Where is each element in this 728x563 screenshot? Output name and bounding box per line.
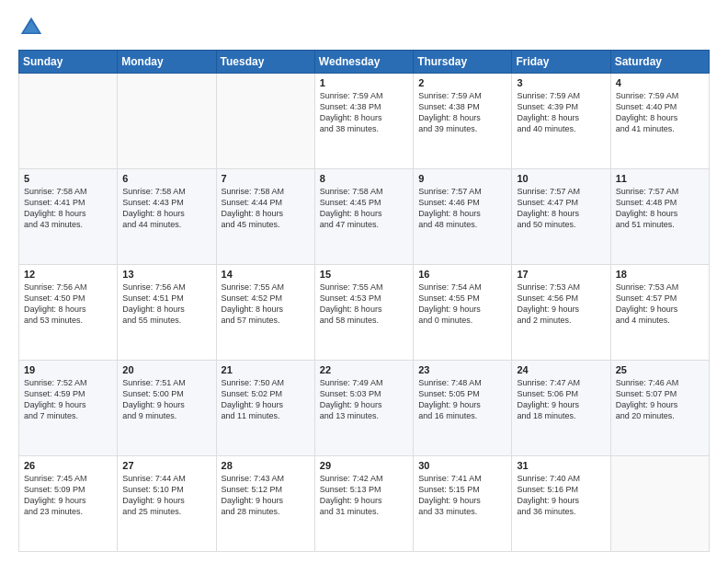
day-number: 6 xyxy=(122,173,210,184)
day-number: 1 xyxy=(320,77,408,88)
calendar-cell: 17Sunrise: 7:53 AM Sunset: 4:56 PM Dayli… xyxy=(512,265,610,361)
day-info: Sunrise: 7:59 AM Sunset: 4:40 PM Dayligh… xyxy=(616,90,704,135)
logo xyxy=(18,15,48,40)
calendar-cell: 30Sunrise: 7:41 AM Sunset: 5:15 PM Dayli… xyxy=(414,456,512,552)
calendar-day-header: Wednesday xyxy=(314,51,413,74)
calendar-cell: 11Sunrise: 7:57 AM Sunset: 4:48 PM Dayli… xyxy=(610,169,709,265)
day-number: 26 xyxy=(24,460,112,471)
day-info: Sunrise: 7:58 AM Sunset: 4:45 PM Dayligh… xyxy=(320,186,408,231)
calendar-table: SundayMondayTuesdayWednesdayThursdayFrid… xyxy=(18,50,710,552)
calendar-cell xyxy=(118,74,216,169)
day-number: 8 xyxy=(320,173,408,184)
day-info: Sunrise: 7:48 AM Sunset: 5:05 PM Dayligh… xyxy=(418,377,506,422)
day-number: 13 xyxy=(122,269,210,280)
day-info: Sunrise: 7:55 AM Sunset: 4:53 PM Dayligh… xyxy=(320,282,408,327)
calendar-cell: 5Sunrise: 7:58 AM Sunset: 4:41 PM Daylig… xyxy=(19,169,118,265)
calendar-week-row: 1Sunrise: 7:59 AM Sunset: 4:38 PM Daylig… xyxy=(19,74,710,169)
logo-icon xyxy=(18,15,44,40)
calendar-cell: 7Sunrise: 7:58 AM Sunset: 4:44 PM Daylig… xyxy=(216,169,314,265)
calendar-cell: 12Sunrise: 7:56 AM Sunset: 4:50 PM Dayli… xyxy=(19,265,118,361)
calendar-week-row: 26Sunrise: 7:45 AM Sunset: 5:09 PM Dayli… xyxy=(19,456,710,552)
day-info: Sunrise: 7:56 AM Sunset: 4:51 PM Dayligh… xyxy=(122,282,210,327)
day-info: Sunrise: 7:57 AM Sunset: 4:46 PM Dayligh… xyxy=(418,186,506,231)
calendar-cell: 21Sunrise: 7:50 AM Sunset: 5:02 PM Dayli… xyxy=(216,361,314,456)
day-info: Sunrise: 7:53 AM Sunset: 4:57 PM Dayligh… xyxy=(616,282,704,327)
day-info: Sunrise: 7:53 AM Sunset: 4:56 PM Dayligh… xyxy=(517,282,605,327)
calendar-day-header: Thursday xyxy=(414,51,512,74)
day-info: Sunrise: 7:54 AM Sunset: 4:55 PM Dayligh… xyxy=(418,282,506,327)
calendar-day-header: Monday xyxy=(118,51,216,74)
day-number: 29 xyxy=(320,460,408,471)
day-number: 28 xyxy=(222,460,310,471)
calendar-week-row: 5Sunrise: 7:58 AM Sunset: 4:41 PM Daylig… xyxy=(19,169,710,265)
day-number: 14 xyxy=(222,269,310,280)
day-number: 12 xyxy=(24,269,112,280)
calendar-cell: 29Sunrise: 7:42 AM Sunset: 5:13 PM Dayli… xyxy=(314,456,413,552)
day-number: 2 xyxy=(418,77,506,88)
day-info: Sunrise: 7:51 AM Sunset: 5:00 PM Dayligh… xyxy=(122,377,210,422)
page: SundayMondayTuesdayWednesdayThursdayFrid… xyxy=(0,0,728,563)
calendar-cell: 22Sunrise: 7:49 AM Sunset: 5:03 PM Dayli… xyxy=(314,361,413,456)
day-info: Sunrise: 7:41 AM Sunset: 5:15 PM Dayligh… xyxy=(418,473,506,518)
day-info: Sunrise: 7:59 AM Sunset: 4:39 PM Dayligh… xyxy=(517,90,605,135)
day-info: Sunrise: 7:52 AM Sunset: 4:59 PM Dayligh… xyxy=(24,377,112,422)
day-number: 25 xyxy=(616,364,704,375)
day-number: 24 xyxy=(517,364,605,375)
calendar-cell: 28Sunrise: 7:43 AM Sunset: 5:12 PM Dayli… xyxy=(216,456,314,552)
day-number: 23 xyxy=(418,364,506,375)
day-info: Sunrise: 7:58 AM Sunset: 4:43 PM Dayligh… xyxy=(122,186,210,231)
calendar-day-header: Friday xyxy=(512,51,610,74)
calendar-cell: 8Sunrise: 7:58 AM Sunset: 4:45 PM Daylig… xyxy=(314,169,413,265)
day-info: Sunrise: 7:46 AM Sunset: 5:07 PM Dayligh… xyxy=(616,377,704,422)
calendar-cell: 1Sunrise: 7:59 AM Sunset: 4:38 PM Daylig… xyxy=(314,74,413,169)
calendar-week-row: 12Sunrise: 7:56 AM Sunset: 4:50 PM Dayli… xyxy=(19,265,710,361)
day-info: Sunrise: 7:58 AM Sunset: 4:44 PM Dayligh… xyxy=(222,186,310,231)
day-info: Sunrise: 7:57 AM Sunset: 4:48 PM Dayligh… xyxy=(616,186,704,231)
calendar-day-header: Tuesday xyxy=(216,51,314,74)
calendar-week-row: 19Sunrise: 7:52 AM Sunset: 4:59 PM Dayli… xyxy=(19,361,710,456)
calendar-cell: 27Sunrise: 7:44 AM Sunset: 5:10 PM Dayli… xyxy=(118,456,216,552)
day-number: 16 xyxy=(418,269,506,280)
calendar-cell: 9Sunrise: 7:57 AM Sunset: 4:46 PM Daylig… xyxy=(414,169,512,265)
day-info: Sunrise: 7:44 AM Sunset: 5:10 PM Dayligh… xyxy=(122,473,210,518)
day-info: Sunrise: 7:40 AM Sunset: 5:16 PM Dayligh… xyxy=(517,473,605,518)
day-info: Sunrise: 7:49 AM Sunset: 5:03 PM Dayligh… xyxy=(320,377,408,422)
day-info: Sunrise: 7:47 AM Sunset: 5:06 PM Dayligh… xyxy=(517,377,605,422)
day-number: 17 xyxy=(517,269,605,280)
day-number: 5 xyxy=(24,173,112,184)
calendar-cell xyxy=(216,74,314,169)
day-info: Sunrise: 7:42 AM Sunset: 5:13 PM Dayligh… xyxy=(320,473,408,518)
calendar-day-header: Sunday xyxy=(19,51,118,74)
calendar-cell xyxy=(610,456,709,552)
day-info: Sunrise: 7:57 AM Sunset: 4:47 PM Dayligh… xyxy=(517,186,605,231)
calendar-cell: 18Sunrise: 7:53 AM Sunset: 4:57 PM Dayli… xyxy=(610,265,709,361)
calendar-cell: 10Sunrise: 7:57 AM Sunset: 4:47 PM Dayli… xyxy=(512,169,610,265)
day-number: 15 xyxy=(320,269,408,280)
calendar-cell: 13Sunrise: 7:56 AM Sunset: 4:51 PM Dayli… xyxy=(118,265,216,361)
header xyxy=(18,15,710,40)
day-number: 20 xyxy=(122,364,210,375)
calendar-header-row: SundayMondayTuesdayWednesdayThursdayFrid… xyxy=(19,51,710,74)
calendar-cell: 4Sunrise: 7:59 AM Sunset: 4:40 PM Daylig… xyxy=(610,74,709,169)
day-number: 27 xyxy=(122,460,210,471)
day-number: 21 xyxy=(222,364,310,375)
day-number: 11 xyxy=(616,173,704,184)
day-info: Sunrise: 7:59 AM Sunset: 4:38 PM Dayligh… xyxy=(320,90,408,135)
calendar-cell: 20Sunrise: 7:51 AM Sunset: 5:00 PM Dayli… xyxy=(118,361,216,456)
calendar-cell: 3Sunrise: 7:59 AM Sunset: 4:39 PM Daylig… xyxy=(512,74,610,169)
calendar-cell: 23Sunrise: 7:48 AM Sunset: 5:05 PM Dayli… xyxy=(414,361,512,456)
day-number: 9 xyxy=(418,173,506,184)
calendar-cell: 24Sunrise: 7:47 AM Sunset: 5:06 PM Dayli… xyxy=(512,361,610,456)
calendar-cell: 19Sunrise: 7:52 AM Sunset: 4:59 PM Dayli… xyxy=(19,361,118,456)
day-number: 4 xyxy=(616,77,704,88)
calendar-cell: 25Sunrise: 7:46 AM Sunset: 5:07 PM Dayli… xyxy=(610,361,709,456)
day-number: 31 xyxy=(517,460,605,471)
day-info: Sunrise: 7:45 AM Sunset: 5:09 PM Dayligh… xyxy=(24,473,112,518)
calendar-cell: 14Sunrise: 7:55 AM Sunset: 4:52 PM Dayli… xyxy=(216,265,314,361)
calendar-cell: 31Sunrise: 7:40 AM Sunset: 5:16 PM Dayli… xyxy=(512,456,610,552)
calendar-cell: 26Sunrise: 7:45 AM Sunset: 5:09 PM Dayli… xyxy=(19,456,118,552)
calendar-cell: 15Sunrise: 7:55 AM Sunset: 4:53 PM Dayli… xyxy=(314,265,413,361)
day-number: 30 xyxy=(418,460,506,471)
day-number: 10 xyxy=(517,173,605,184)
day-info: Sunrise: 7:55 AM Sunset: 4:52 PM Dayligh… xyxy=(222,282,310,327)
